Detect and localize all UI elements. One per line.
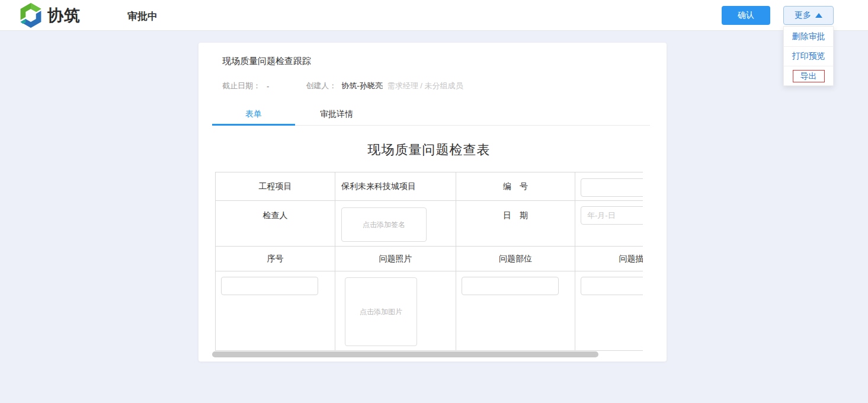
date-label-cell: 日 期 [456, 201, 575, 247]
top-bar: 协筑 审批中 确认 更多 [0, 0, 868, 31]
creator-role: 需求经理 / 未分组成员 [387, 81, 463, 91]
header-cell-description: 问题描述 [575, 247, 643, 271]
chevron-up-icon [815, 13, 822, 18]
logo-icon [18, 2, 44, 28]
serial-cell [216, 271, 335, 351]
photo-upload-box[interactable]: 点击添加图片 [345, 277, 417, 346]
header-cell-location: 问题部位 [456, 247, 575, 271]
header-cell-photo: 问题照片 [335, 247, 456, 271]
date-cell [575, 201, 643, 247]
photo-cell: 点击添加图片 [335, 271, 456, 351]
number-cell [575, 172, 643, 201]
form-table: 工程项目 保利未来科技城项目 编 号 检查人 点击添加签名 日 期 序号 问 [215, 172, 643, 351]
tab-approval-detail[interactable]: 审批详情 [295, 104, 378, 126]
approval-card: 现场质量问题检查跟踪 截止日期： - 创建人： 协筑-孙晓亮 需求经理 / 未分… [198, 43, 667, 362]
menu-item-export[interactable]: 导出 [784, 66, 833, 85]
number-label-cell: 编 号 [456, 172, 575, 201]
menu-item-print-preview[interactable]: 打印预览 [784, 46, 833, 66]
project-label-cell: 工程项目 [216, 172, 335, 201]
creator-label: 创建人： [306, 81, 337, 91]
export-highlight-box: 导出 [793, 70, 825, 82]
deadline-value: - [267, 82, 269, 91]
tab-bar: 表单 审批详情 [212, 104, 650, 126]
horizontal-scrollbar-thumb[interactable] [212, 351, 598, 357]
more-dropdown-menu: 删除审批 打印预览 导出 [783, 26, 834, 86]
more-button-label: 更多 [795, 10, 811, 21]
menu-item-delete-approval-label: 删除审批 [792, 31, 825, 42]
creator-name: 协筑-孙晓亮 [341, 81, 382, 91]
card-title: 现场质量问题检查跟踪 [222, 56, 311, 67]
description-input[interactable] [581, 277, 643, 295]
page-title: 审批中 [127, 9, 158, 23]
app-logo: 协筑 [18, 2, 81, 28]
signature-cell: 点击添加签名 [335, 201, 456, 247]
form-title: 现场质量问题检查表 [215, 141, 643, 159]
tab-form[interactable]: 表单 [212, 104, 295, 126]
description-cell [575, 271, 643, 351]
number-input[interactable] [581, 178, 643, 197]
confirm-button[interactable]: 确认 [722, 6, 770, 25]
date-input[interactable] [581, 206, 643, 225]
inspector-label-cell: 检查人 [216, 201, 335, 247]
location-cell [456, 271, 575, 351]
more-button[interactable]: 更多 [783, 6, 834, 25]
header-cell-serial: 序号 [216, 247, 335, 271]
serial-input[interactable] [221, 277, 318, 295]
form-table-viewport: 工程项目 保利未来科技城项目 编 号 检查人 点击添加签名 日 期 序号 问 [215, 172, 643, 351]
location-input[interactable] [462, 277, 559, 295]
meta-row: 截止日期： - 创建人： 协筑-孙晓亮 需求经理 / 未分组成员 [222, 81, 463, 91]
logo-text: 协筑 [47, 5, 81, 26]
project-value-cell: 保利未来科技城项目 [335, 172, 456, 201]
menu-item-print-preview-label: 打印预览 [792, 51, 825, 62]
deadline-label: 截止日期： [222, 81, 261, 91]
menu-item-delete-approval[interactable]: 删除审批 [784, 27, 833, 46]
signature-upload-box[interactable]: 点击添加签名 [341, 207, 427, 242]
